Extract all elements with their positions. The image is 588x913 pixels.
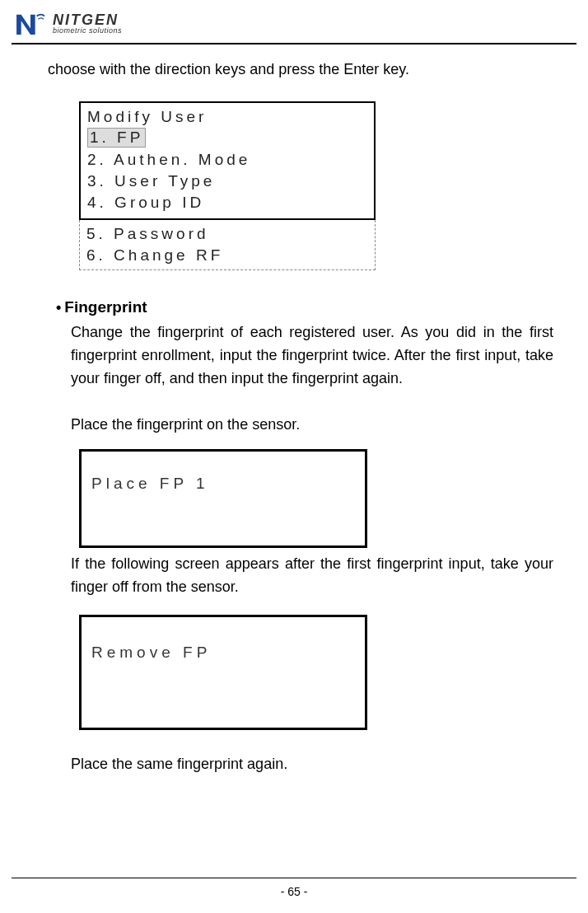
logo-main: NITGEN <box>53 12 122 27</box>
header: NITGEN biometric solutions <box>0 0 588 43</box>
menu-box: Modify User 1. FP 2. Authen. Mode 3. Use… <box>79 101 376 270</box>
intro-text: choose with the direction keys and press… <box>48 61 553 78</box>
menu-item-2: 2. Authen. Mode <box>86 149 369 171</box>
lcd-text-1: Place FP 1 <box>91 475 355 493</box>
menu-box-top: Modify User 1. FP 2. Authen. Mode 3. Use… <box>79 101 376 220</box>
menu-item-6: 6. Change RF <box>85 245 370 266</box>
menu-item-3: 3. User Type <box>86 171 369 192</box>
instruction-1: Place the fingerprint on the sensor. <box>71 414 553 436</box>
after-lcd1-text: If the following screen appears after th… <box>71 553 553 599</box>
instruction-2: Place the same fingerprint again. <box>71 753 553 775</box>
menu-box-bottom: 5. Password 6. Change RF <box>79 220 376 270</box>
footer: - 65 - <box>0 878 588 898</box>
menu-item-1: 1. FP <box>86 126 369 149</box>
lcd-box-2: Remove FP <box>79 615 367 730</box>
bullet-icon: • <box>56 299 61 316</box>
section-heading: •Fingerprint <box>56 298 553 316</box>
menu-item-selected: 1. FP <box>87 128 146 147</box>
logo-sub: biometric solutions <box>53 27 122 35</box>
section-heading-text: Fingerprint <box>64 298 147 316</box>
page-number: - 65 - <box>0 885 588 898</box>
menu-item-5: 5. Password <box>85 223 370 245</box>
content: choose with the direction keys and press… <box>0 44 588 775</box>
menu-item-4: 4. Group ID <box>86 192 369 213</box>
lcd-text-2: Remove FP <box>91 644 355 662</box>
footer-rule <box>12 878 576 878</box>
section-body: Change the fingerprint of each registere… <box>71 321 553 391</box>
lcd-box-1: Place FP 1 <box>79 449 367 548</box>
logo-text: NITGEN biometric solutions <box>53 12 122 35</box>
nitgen-logo-icon <box>15 10 46 36</box>
menu-title: Modify User <box>86 108 369 126</box>
